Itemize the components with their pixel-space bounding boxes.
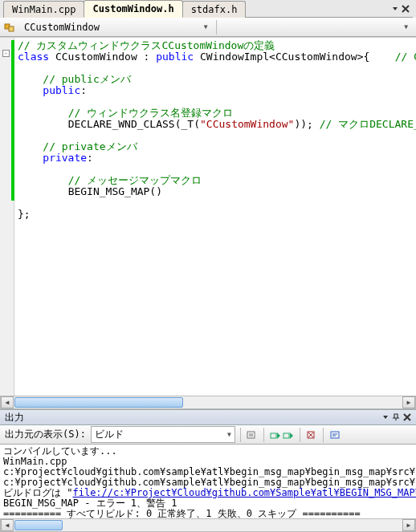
navigation-bar: CCustomWindow ▼ ▼	[0, 18, 416, 37]
scroll-left-icon[interactable]: ◀	[1, 396, 14, 408]
tab-customwindow[interactable]: CustomWindow.h	[84, 0, 182, 18]
output-toolbar: 出力元の表示(S): ビルド ▼	[0, 425, 416, 445]
svg-rect-4	[283, 433, 289, 438]
output-panel-titlebar[interactable]: 出力	[0, 409, 416, 425]
scroll-track[interactable]	[14, 396, 402, 408]
prev-message-icon[interactable]	[269, 428, 282, 441]
chevron-down-icon: ▼	[204, 23, 208, 30]
output-panel-title: 出力	[5, 411, 382, 424]
clear-all-icon[interactable]	[305, 428, 318, 441]
svg-rect-6	[331, 432, 339, 438]
class-icon	[3, 21, 16, 34]
svg-rect-1	[9, 26, 14, 31]
find-message-icon[interactable]	[246, 428, 259, 441]
scroll-thumb[interactable]	[14, 520, 63, 530]
fold-toggle-icon[interactable]: -	[2, 50, 10, 57]
next-message-icon[interactable]	[282, 428, 295, 441]
output-horizontal-scrollbar[interactable]: ◀ ▶	[0, 518, 416, 532]
editor-gutter[interactable]: -	[0, 38, 14, 396]
chevron-down-icon: ▼	[227, 431, 231, 438]
svg-rect-2	[247, 432, 255, 438]
scope-label: CCustomWindow	[24, 22, 100, 33]
code-content[interactable]: // カスタムウィンドウクラスCCustomWindowの定義 class CC…	[14, 38, 416, 396]
output-text[interactable]: コンパイルしています... WinMain.cpp c:¥project¥clo…	[0, 445, 416, 518]
tab-winmain[interactable]: WinMain.cpp	[3, 1, 84, 18]
scroll-right-icon[interactable]: ▶	[402, 396, 415, 408]
toggle-wrap-icon[interactable]	[328, 428, 341, 441]
output-source-label: 出力元の表示(S):	[5, 428, 86, 441]
output-source-dropdown[interactable]: ビルド ▼	[91, 426, 235, 443]
build-log-link[interactable]: file://c:¥Project¥Cloud¥github.com¥Sampl…	[72, 487, 416, 498]
scroll-left-icon[interactable]: ◀	[1, 519, 14, 531]
svg-rect-3	[271, 433, 276, 438]
change-marker	[11, 40, 14, 201]
tab-stdafx[interactable]: stdafx.h	[182, 1, 247, 18]
file-tabs: WinMain.cpp CustomWindow.h stdafx.h	[0, 0, 416, 18]
scroll-thumb[interactable]	[14, 397, 183, 408]
editor-horizontal-scrollbar[interactable]: ◀ ▶	[0, 396, 416, 409]
pin-icon[interactable]	[392, 413, 400, 421]
close-icon[interactable]	[402, 5, 410, 13]
scope-dropdown[interactable]: CCustomWindow ▼	[19, 22, 213, 33]
chevron-down-icon: ▼	[404, 23, 408, 30]
tab-menu-dropdown-icon[interactable]	[392, 6, 398, 12]
member-dropdown[interactable]: ▼	[220, 23, 414, 30]
scroll-right-icon[interactable]: ▶	[402, 519, 415, 531]
scroll-track[interactable]	[14, 519, 402, 531]
output-source-value: ビルド	[95, 428, 124, 441]
code-editor[interactable]: - // カスタムウィンドウクラスCCustomWindowの定義 class …	[0, 37, 416, 396]
close-icon[interactable]	[403, 413, 411, 421]
panel-menu-dropdown-icon[interactable]	[382, 414, 389, 420]
